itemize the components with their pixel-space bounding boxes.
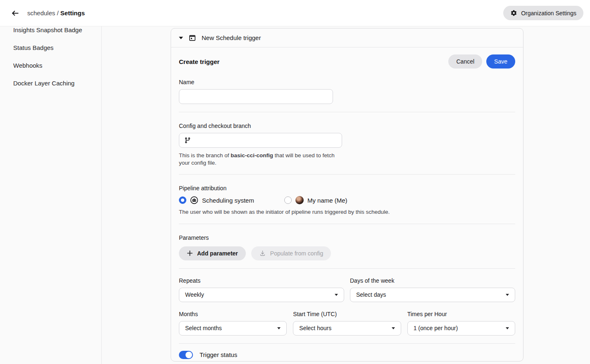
settings-sidebar: Insights Snapshot Badge Status Badges We… — [0, 26, 102, 364]
schedule-row-1: Repeats Weekly Days of the week Select d… — [179, 269, 515, 302]
save-button[interactable]: Save — [486, 54, 515, 69]
toggle-knob — [186, 352, 192, 358]
name-input-box — [179, 89, 333, 104]
attribution-option-my-name[interactable]: My name (Me) — [284, 196, 347, 204]
gear-icon — [510, 9, 517, 17]
top-bar: schedules / Settings Organization Settin… — [0, 0, 590, 26]
times-per-hour-value: 1 (once per hour) — [414, 325, 458, 331]
days-field: Days of the week Select days — [350, 269, 515, 302]
repeats-value: Weekly — [185, 291, 204, 298]
config-branch-input[interactable] — [195, 137, 337, 144]
sidebar-item-docker-layer-caching[interactable]: Docker Layer Caching — [0, 74, 101, 92]
config-branch-input-box — [179, 133, 342, 148]
repeats-select[interactable]: Weekly — [179, 288, 344, 302]
name-label: Name — [179, 79, 515, 85]
sidebar-list: Insights Snapshot Badge Status Badges We… — [0, 26, 101, 92]
back-button[interactable] — [8, 6, 22, 20]
robot-icon — [190, 196, 198, 204]
times-per-hour-select[interactable]: 1 (once per hour) — [407, 321, 515, 336]
start-time-value: Select hours — [299, 325, 331, 331]
attribution-option-scheduling-system[interactable]: Scheduling system — [179, 196, 254, 204]
times-per-hour-label: Times per Hour — [407, 311, 515, 317]
chevron-down-icon — [506, 294, 509, 296]
card-title: New Schedule trigger — [202, 34, 261, 41]
sidebar-item-label: Webhooks — [13, 62, 43, 69]
organization-settings-label: Organization Settings — [521, 10, 576, 17]
organization-settings-button[interactable]: Organization Settings — [503, 6, 583, 20]
calendar-icon — [188, 34, 196, 42]
months-select[interactable]: Select months — [179, 321, 287, 336]
chevron-down-icon — [335, 294, 338, 296]
days-label: Days of the week — [350, 277, 515, 284]
repeats-field: Repeats Weekly — [179, 269, 344, 302]
config-help-prefix: This is the branch of — [179, 152, 231, 158]
attribution-option-label: My name (Me) — [307, 197, 347, 204]
radio-selected[interactable] — [179, 196, 186, 204]
avatar — [295, 196, 304, 204]
card-body: Create trigger Cancel Save Name Config a… — [171, 54, 523, 362]
form-title: Create trigger — [179, 58, 219, 65]
times-per-hour-field: Times per Hour 1 (once per hour) — [407, 302, 515, 336]
section-divider — [179, 224, 515, 224]
breadcrumb-prefix[interactable]: schedules / — [27, 9, 59, 17]
breadcrumb-current: Settings — [60, 9, 85, 17]
attribution-option-label: Scheduling system — [202, 197, 254, 204]
new-schedule-trigger-card: New Schedule trigger Create trigger Canc… — [171, 28, 523, 362]
config-help-repo-name: basic-cci-config — [231, 152, 273, 158]
collapse-chevron-icon[interactable] — [179, 37, 183, 39]
card-header: New Schedule trigger — [171, 28, 523, 47]
download-icon — [259, 250, 266, 257]
chevron-down-icon — [277, 327, 281, 329]
trigger-status-row: Trigger status — [179, 351, 515, 359]
plus-icon — [187, 250, 193, 256]
chevron-down-icon — [506, 327, 509, 329]
attribution-options: Scheduling system My name (Me) — [179, 196, 515, 204]
section-divider — [179, 343, 515, 344]
start-time-label: Start Time (UTC) — [293, 311, 401, 317]
trigger-status-label: Trigger status — [200, 351, 237, 358]
months-value: Select months — [185, 325, 222, 331]
breadcrumb: schedules / Settings — [27, 9, 85, 17]
add-parameter-button[interactable]: Add parameter — [179, 246, 246, 260]
sidebar-item-insights-snapshot-badge[interactable]: Insights Snapshot Badge — [0, 26, 101, 39]
main-content: New Schedule trigger Create trigger Canc… — [102, 26, 590, 364]
radio-unselected[interactable] — [284, 196, 292, 204]
trigger-status-toggle[interactable] — [179, 351, 193, 359]
populate-from-config-label: Populate from config — [270, 250, 323, 257]
git-branch-icon — [184, 137, 191, 144]
section-divider — [179, 112, 515, 112]
schedule-row-2: Months Select months Start Time (UTC) Se… — [179, 302, 515, 336]
cancel-button[interactable]: Cancel — [448, 54, 482, 69]
name-input[interactable] — [184, 93, 328, 100]
parameters-label: Parameters — [179, 234, 515, 241]
config-branch-label: Config and checkout branch — [179, 123, 515, 129]
start-time-select[interactable]: Select hours — [293, 321, 401, 336]
days-select[interactable]: Select days — [350, 288, 515, 302]
config-branch-help: This is the branch of basic-cci-config t… — [179, 152, 340, 166]
months-field: Months Select months — [179, 302, 287, 336]
add-parameter-label: Add parameter — [197, 250, 238, 257]
days-value: Select days — [356, 291, 386, 298]
form-head: Create trigger Cancel Save — [179, 54, 515, 69]
attribution-help: The user who will be shown as the initia… — [179, 208, 515, 216]
form-actions: Cancel Save — [448, 54, 515, 69]
app-body: Insights Snapshot Badge Status Badges We… — [0, 26, 590, 364]
months-label: Months — [179, 311, 287, 317]
arrow-left-icon — [11, 9, 19, 17]
sidebar-item-status-badges[interactable]: Status Badges — [0, 39, 101, 57]
chevron-down-icon — [392, 327, 395, 329]
repeats-label: Repeats — [179, 277, 344, 284]
sidebar-item-webhooks[interactable]: Webhooks — [0, 57, 101, 74]
parameters-actions: Add parameter Populate from config — [179, 246, 515, 260]
section-divider — [179, 174, 515, 175]
sidebar-item-label: Insights Snapshot Badge — [13, 26, 82, 33]
sidebar-item-label: Status Badges — [13, 44, 54, 51]
sidebar-item-label: Docker Layer Caching — [13, 80, 74, 87]
populate-from-config-button[interactable]: Populate from config — [251, 246, 331, 260]
start-time-field: Start Time (UTC) Select hours — [293, 302, 401, 336]
pipeline-attribution-label: Pipeline attribution — [179, 185, 515, 191]
